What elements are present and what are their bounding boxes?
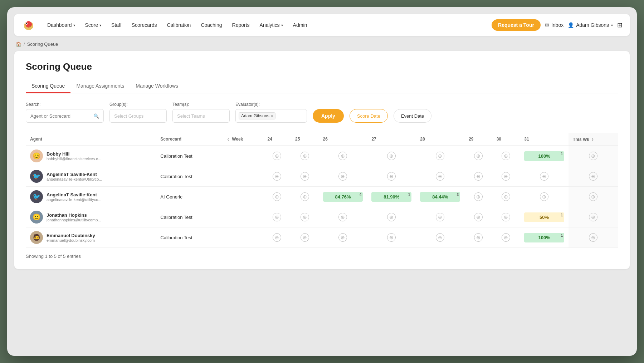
day-30-cell[interactable]: ⊕ (492, 187, 520, 207)
day-27-cell[interactable]: 1 81.90% (367, 187, 416, 207)
add-score-icon[interactable]: ⊕ (436, 152, 444, 160)
teams-select[interactable]: Select Teams (172, 109, 230, 123)
tab-scoring-queue[interactable]: Scoring Queue (26, 79, 70, 93)
day-25-cell[interactable]: ⊕ (291, 207, 319, 227)
search-input-wrapper[interactable]: 🔍 (26, 109, 104, 123)
add-score-icon[interactable]: ⊕ (301, 192, 309, 201)
day-25-cell[interactable]: ⊕ (291, 146, 319, 166)
add-score-icon[interactable]: ⊕ (540, 172, 548, 181)
add-score-icon[interactable]: ⊕ (589, 233, 597, 242)
home-icon[interactable]: 🏠 (16, 41, 21, 47)
score-value[interactable]: 1 81.90% (371, 192, 411, 202)
add-score-icon[interactable]: ⊕ (474, 192, 483, 201)
evaluator-remove-icon[interactable]: × (271, 114, 273, 118)
nav-staff[interactable]: Staff (107, 19, 126, 31)
day-31-cell[interactable]: 1 100% (520, 227, 569, 248)
day-24-cell[interactable]: ⊕ (263, 187, 291, 207)
day-29-cell[interactable]: ⊕ (464, 166, 492, 187)
day-27-cell[interactable]: ⊕ (367, 166, 416, 187)
add-score-icon[interactable]: ⊕ (273, 213, 281, 221)
add-score-icon[interactable]: ⊕ (387, 152, 396, 160)
day-26-cell[interactable]: ⊕ (319, 146, 367, 166)
request-tour-button[interactable]: Request a Tour (492, 19, 541, 31)
week-next-button[interactable]: › (590, 136, 595, 143)
this-week-cell[interactable]: ⊕ (569, 166, 618, 187)
day-31-cell[interactable]: ⊕ (520, 187, 569, 207)
day-24-cell[interactable]: ⊕ (263, 146, 291, 166)
nav-analytics[interactable]: Analytics ▾ (255, 19, 287, 31)
day-25-cell[interactable]: ⊕ (291, 187, 319, 207)
add-score-icon[interactable]: ⊕ (387, 233, 396, 242)
day-29-cell[interactable]: ⊕ (464, 146, 492, 166)
add-score-icon[interactable]: ⊕ (589, 192, 597, 201)
day-31-cell[interactable]: 1 50% (520, 207, 569, 227)
day-27-cell[interactable]: ⊕ (367, 207, 416, 227)
evaluators-field[interactable]: Adam Gibsons × (235, 109, 307, 123)
add-score-icon[interactable]: ⊕ (436, 213, 444, 221)
day-25-cell[interactable]: ⊕ (291, 166, 319, 187)
add-score-icon[interactable]: ⊕ (338, 172, 347, 181)
apply-button[interactable]: Apply (313, 109, 344, 123)
tab-manage-workflows[interactable]: Manage Workflows (130, 79, 184, 93)
tab-manage-assignments[interactable]: Manage Assignments (70, 79, 130, 93)
day-26-cell[interactable]: 4 84.76% (319, 187, 367, 207)
score-value[interactable]: 1 100% (524, 151, 564, 161)
event-date-button[interactable]: Event Date (394, 109, 431, 123)
nav-scorecards[interactable]: Scorecards (127, 19, 161, 31)
add-score-icon[interactable]: ⊕ (589, 172, 597, 181)
day-28-cell[interactable]: ⊕ (416, 207, 464, 227)
score-value[interactable]: 4 84.76% (323, 192, 363, 202)
inbox-link[interactable]: ✉ Inbox (545, 22, 564, 28)
add-score-icon[interactable]: ⊕ (338, 152, 347, 160)
day-30-cell[interactable]: ⊕ (492, 207, 520, 227)
search-input[interactable] (30, 113, 91, 119)
add-score-icon[interactable]: ⊕ (436, 172, 444, 181)
groups-select[interactable]: Select Groups (109, 109, 167, 123)
score-value[interactable]: 1 50% (524, 212, 564, 222)
add-score-icon[interactable]: ⊕ (474, 233, 483, 242)
nav-reports[interactable]: Reports (228, 19, 254, 31)
score-date-button[interactable]: Score Date (350, 109, 388, 123)
score-value[interactable]: 3 84.44% (420, 192, 460, 202)
add-score-icon[interactable]: ⊕ (502, 172, 510, 181)
add-score-icon[interactable]: ⊕ (474, 152, 483, 160)
add-score-icon[interactable]: ⊕ (387, 213, 396, 221)
day-28-cell[interactable]: ⊕ (416, 146, 464, 166)
day-29-cell[interactable]: ⊕ (464, 207, 492, 227)
day-24-cell[interactable]: ⊕ (263, 227, 291, 248)
grid-icon[interactable]: ⊞ (617, 21, 623, 29)
day-24-cell[interactable]: ⊕ (263, 166, 291, 187)
day-26-cell[interactable]: ⊕ (319, 166, 367, 187)
add-score-icon[interactable]: ⊕ (589, 213, 597, 221)
day-30-cell[interactable]: ⊕ (492, 146, 520, 166)
day-30-cell[interactable]: ⊕ (492, 166, 520, 187)
add-score-icon[interactable]: ⊕ (301, 213, 309, 221)
nav-admin[interactable]: Admin (289, 19, 312, 31)
day-28-cell[interactable]: ⊕ (416, 227, 464, 248)
nav-score[interactable]: Score ▾ (81, 19, 106, 31)
day-27-cell[interactable]: ⊕ (367, 146, 416, 166)
this-week-cell[interactable]: ⊕ (569, 207, 618, 227)
add-score-icon[interactable]: ⊕ (589, 152, 597, 160)
day-26-cell[interactable]: ⊕ (319, 207, 367, 227)
user-menu[interactable]: 👤 Adam Gibsons ▾ (568, 22, 613, 28)
day-25-cell[interactable]: ⊕ (291, 227, 319, 248)
day-24-cell[interactable]: ⊕ (263, 207, 291, 227)
add-score-icon[interactable]: ⊕ (387, 172, 396, 181)
nav-calibration[interactable]: Calibration (162, 19, 195, 31)
add-score-icon[interactable]: ⊕ (273, 172, 281, 181)
add-score-icon[interactable]: ⊕ (502, 152, 510, 160)
day-29-cell[interactable]: ⊕ (464, 187, 492, 207)
add-score-icon[interactable]: ⊕ (301, 233, 309, 242)
day-31-cell[interactable]: ⊕ (520, 166, 569, 187)
day-30-cell[interactable]: ⊕ (492, 227, 520, 248)
add-score-icon[interactable]: ⊕ (273, 192, 281, 201)
this-week-cell[interactable]: ⊕ (569, 187, 618, 207)
day-26-cell[interactable]: ⊕ (319, 227, 367, 248)
day-27-cell[interactable]: ⊕ (367, 227, 416, 248)
day-29-cell[interactable]: ⊕ (464, 227, 492, 248)
week-prev-button[interactable]: ‹ (226, 136, 230, 143)
day-28-cell[interactable]: 3 84.44% (416, 187, 464, 207)
score-value[interactable]: 1 100% (524, 233, 564, 242)
add-score-icon[interactable]: ⊕ (273, 152, 281, 160)
